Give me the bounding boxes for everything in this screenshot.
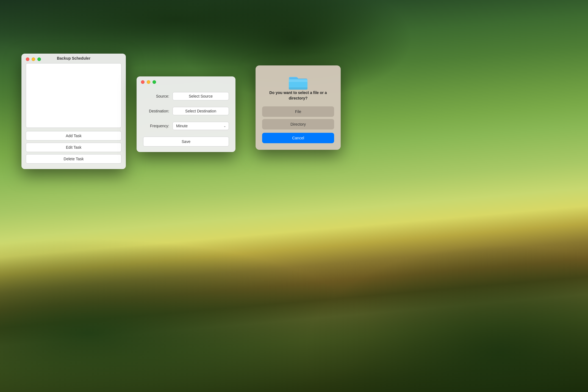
source-label: Source: — [143, 94, 169, 98]
task-form: Source: Select Source Destination: Selec… — [137, 87, 235, 152]
source-row: Source: Select Source — [143, 92, 229, 100]
file-option-button[interactable]: File — [262, 106, 334, 117]
backup-scheduler-window: Backup Scheduler Add Task Edit Task Dele… — [21, 54, 126, 169]
dialog-question-text: Do you want to select a file or a direct… — [262, 90, 334, 101]
traffic-lights-task — [137, 76, 235, 87]
frequency-select[interactable]: Minute Hour Day Week Month — [173, 122, 229, 130]
dialog-content: Do you want to select a file or a direct… — [256, 65, 341, 150]
delete-task-button[interactable]: Delete Task — [26, 154, 121, 164]
file-dialog-window: Do you want to select a file or a direct… — [256, 65, 341, 150]
save-button[interactable]: Save — [143, 137, 229, 147]
svg-rect-3 — [289, 87, 307, 90]
close-button-backup[interactable] — [26, 57, 29, 61]
maximize-button-task[interactable] — [152, 80, 156, 84]
maximize-button-backup[interactable] — [37, 57, 41, 61]
directory-option-button[interactable]: Directory — [262, 119, 334, 129]
select-destination-button[interactable]: Select Destination — [173, 107, 229, 115]
minimize-button-task[interactable] — [147, 80, 150, 84]
add-task-button[interactable]: Add Task — [26, 131, 121, 140]
svg-rect-2 — [289, 79, 307, 82]
minimize-button-backup[interactable] — [32, 57, 35, 61]
backup-scheduler-title: Backup Scheduler — [21, 56, 126, 63]
task-editor-window: Source: Select Source Destination: Selec… — [137, 76, 235, 152]
frequency-label: Frequency: — [143, 124, 169, 128]
backup-action-buttons: Add Task Edit Task Delete Task — [21, 131, 126, 169]
edit-task-button[interactable]: Edit Task — [26, 143, 121, 152]
destination-row: Destination: Select Destination — [143, 107, 229, 115]
folder-icon — [288, 74, 308, 90]
task-list — [26, 63, 121, 128]
cancel-button[interactable]: Cancel — [262, 133, 334, 143]
frequency-row: Frequency: Minute Hour Day Week Month ⌄ — [143, 122, 229, 130]
destination-label: Destination: — [143, 109, 169, 113]
select-source-button[interactable]: Select Source — [173, 92, 229, 100]
close-button-task[interactable] — [141, 80, 145, 84]
dialog-buttons: File Directory Cancel — [262, 106, 334, 143]
frequency-select-wrapper: Minute Hour Day Week Month ⌄ — [173, 122, 229, 130]
